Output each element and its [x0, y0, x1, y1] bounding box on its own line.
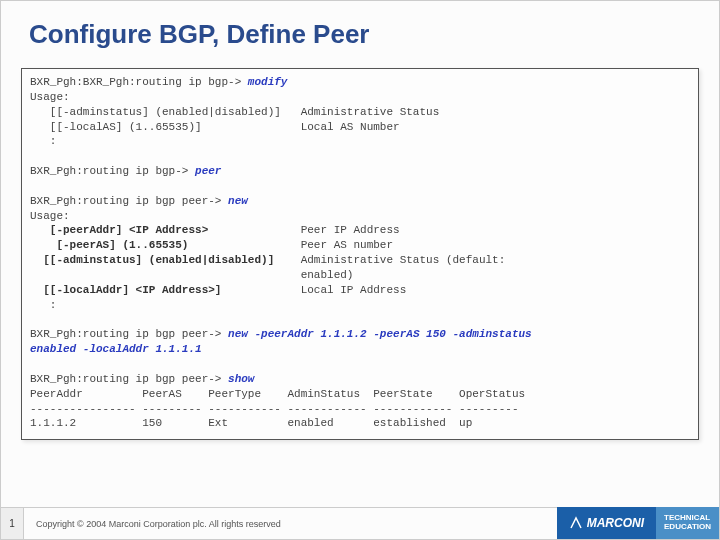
- cli-line: BXR_Pgh:routing ip bgp peer->: [30, 373, 228, 385]
- copyright-text: Copyright © 2004 Marconi Corporation plc…: [24, 507, 557, 540]
- brand-text: MARCONI: [587, 516, 644, 530]
- cli-line: :: [30, 135, 56, 147]
- cli-line: Peer IP Address: [208, 224, 399, 236]
- cli-line: [[-localAS] (1..65535)] Local AS Number: [30, 121, 400, 133]
- cli-keyword: enabled -localAddr 1.1.1.1: [30, 343, 202, 355]
- cli-line: Administrative Status (default:: [274, 254, 505, 266]
- cli-line: BXR_Pgh:routing ip bgp peer->: [30, 328, 228, 340]
- cli-line: [[-adminstatus] (enabled|disabled)]: [30, 254, 274, 266]
- cli-line: BXR_Pgh:BXR_Pgh:routing ip bgp->: [30, 76, 248, 88]
- cli-line: [-peerAddr] <IP Address>: [30, 224, 208, 236]
- cli-keyword: peer: [195, 165, 221, 177]
- cli-line: 1.1.1.2 150 Ext enabled established up: [30, 417, 472, 429]
- cli-line: Peer AS number: [188, 239, 393, 251]
- cli-line: BXR_Pgh:routing ip bgp peer->: [30, 195, 228, 207]
- cli-keyword: show: [228, 373, 254, 385]
- cli-line: [-peerAS] (1..65535): [30, 239, 188, 251]
- page-number: 1: [1, 507, 24, 540]
- cli-line: Local IP Address: [221, 284, 406, 296]
- cli-line: BXR_Pgh:routing ip bgp->: [30, 165, 195, 177]
- marconi-logo: MARCONI: [557, 507, 656, 539]
- edu-text-2: EDUCATION: [664, 523, 711, 532]
- cli-keyword: modify: [248, 76, 288, 88]
- cli-line: PeerAddr PeerAS PeerType AdminStatus Pee…: [30, 388, 525, 400]
- cli-line: enabled): [30, 269, 353, 281]
- cli-line: :: [30, 299, 56, 311]
- cli-output: BXR_Pgh:BXR_Pgh:routing ip bgp-> modify …: [21, 68, 699, 440]
- footer: 1 Copyright © 2004 Marconi Corporation p…: [1, 507, 719, 539]
- cli-keyword: new: [228, 195, 248, 207]
- cli-line: [[-adminstatus] (enabled|disabled)] Admi…: [30, 106, 439, 118]
- slide-title: Configure BGP, Define Peer: [1, 1, 719, 50]
- cli-line: Usage:: [30, 210, 70, 222]
- cli-line: [[-localAddr] <IP Address>]: [30, 284, 221, 296]
- cli-line: ---------------- --------- ----------- -…: [30, 403, 518, 415]
- technical-education-logo: TECHNICAL EDUCATION: [656, 507, 719, 539]
- cli-keyword: new -peerAddr 1.1.1.2 -peerAS 150 -admin…: [228, 328, 532, 340]
- cli-line: Usage:: [30, 91, 70, 103]
